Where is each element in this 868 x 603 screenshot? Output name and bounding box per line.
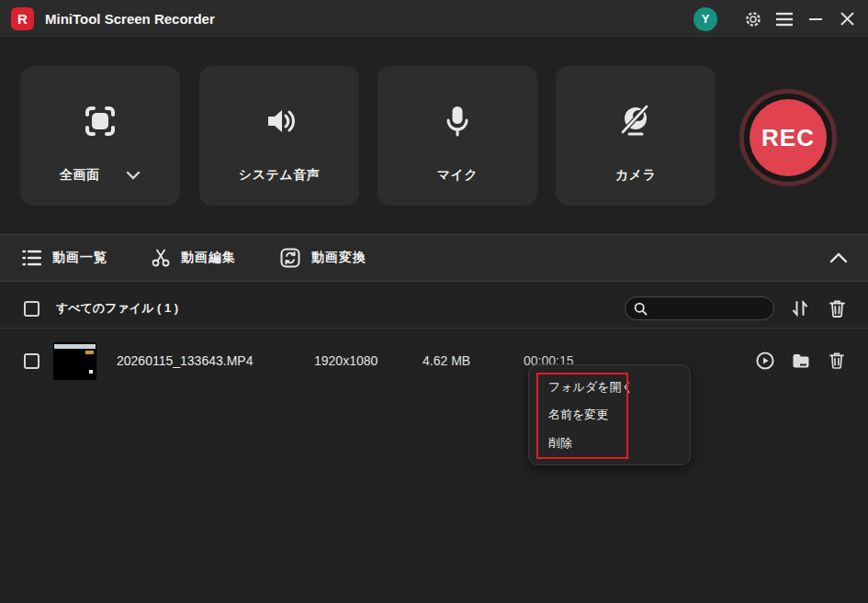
source-card-system-audio[interactable]: システム音声 [199, 66, 359, 206]
file-row: 20260115_133643.MP4 1920x1080 4.62 MB 00… [0, 338, 868, 384]
app-window: R MiniTool Screen Recorder Y [0, 0, 868, 603]
fullscreen-icon [80, 101, 120, 141]
trash-icon [829, 352, 844, 369]
capture-sources-section: 全画面 システム音声 [0, 39, 868, 234]
search-box [625, 296, 774, 320]
speaker-icon [259, 101, 299, 141]
select-all-checkbox[interactable] [24, 301, 39, 317]
context-menu: フォルダを開く 名前を変更 削除 [528, 364, 691, 465]
select-all-label: すべてのファイル ( 1 ) [56, 300, 178, 317]
user-avatar[interactable]: Y [693, 7, 717, 31]
folder-icon [792, 353, 810, 369]
titlebar: R MiniTool Screen Recorder Y [0, 0, 868, 39]
close-button[interactable] [831, 0, 862, 39]
file-resolution: 1920x1080 [314, 353, 423, 368]
source-card-microphone[interactable]: マイク [378, 66, 537, 206]
search-input[interactable] [648, 299, 790, 318]
play-icon [756, 352, 774, 370]
tab-label-video-edit: 動画編集 [181, 250, 236, 266]
minimize-icon [808, 12, 823, 27]
tab-label-video-convert: 動画変換 [311, 250, 366, 266]
rec-button-label: REC [750, 99, 827, 176]
menu-button[interactable] [769, 0, 800, 39]
chevron-down-icon[interactable] [126, 171, 141, 180]
delete-all-button[interactable] [818, 300, 855, 318]
file-name: 20260115_133643.MP4 [117, 353, 314, 368]
source-card-camera[interactable]: カメラ [556, 66, 716, 206]
rec-button[interactable]: REC [739, 89, 837, 186]
divider [0, 328, 868, 329]
titlebar-controls: Y [693, 0, 868, 39]
file-size: 4.62 MB [423, 353, 524, 368]
play-button[interactable] [750, 346, 780, 376]
close-icon [840, 12, 854, 26]
menu-item-rename[interactable]: 名前を変更 [529, 408, 690, 420]
gear-icon [744, 10, 762, 28]
file-list-header: すべてのファイル ( 1 ) [0, 289, 868, 328]
settings-button[interactable] [738, 0, 769, 39]
scissors-icon [152, 249, 170, 267]
chevron-up-icon [829, 252, 848, 263]
convert-icon [280, 248, 300, 268]
sort-icon [791, 299, 809, 318]
hamburger-icon [775, 12, 794, 27]
minimize-button[interactable] [800, 0, 831, 39]
trash-icon [829, 300, 845, 318]
menu-item-open-folder[interactable]: フォルダを開く [529, 381, 690, 393]
list-icon [22, 250, 41, 266]
source-label-camera: カメラ [615, 167, 656, 184]
microphone-icon [437, 101, 478, 141]
tab-video-list[interactable]: 動画一覧 [22, 250, 107, 266]
tab-video-convert[interactable]: 動画変換 [280, 248, 366, 268]
menu-item-delete[interactable]: 削除 [529, 437, 690, 449]
file-checkbox[interactable] [24, 353, 39, 369]
delete-file-button[interactable] [821, 346, 851, 376]
file-list-section: すべてのファイル ( 1 ) [0, 282, 868, 603]
tab-video-edit[interactable]: 動画編集 [152, 249, 236, 267]
camera-off-icon [615, 101, 656, 141]
tab-label-video-list: 動画一覧 [52, 250, 107, 266]
collapse-panel-button[interactable] [829, 252, 848, 263]
app-logo: R [11, 7, 34, 30]
source-label-microphone: マイク [437, 167, 478, 184]
source-label-fullscreen: 全画面 [60, 167, 100, 184]
app-title: MiniTool Screen Recorder [45, 11, 215, 27]
source-card-fullscreen[interactable]: 全画面 [20, 66, 180, 206]
source-label-system-audio: システム音声 [239, 167, 320, 184]
file-thumbnail[interactable] [53, 342, 96, 380]
open-folder-button[interactable] [785, 346, 816, 376]
search-icon [634, 302, 648, 316]
tabbar: 動画一覧 動画編集 動画変換 [0, 234, 868, 282]
